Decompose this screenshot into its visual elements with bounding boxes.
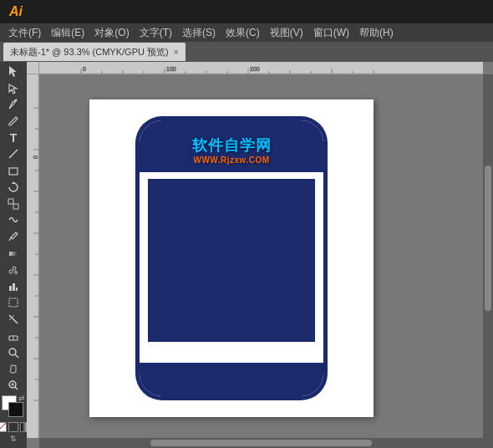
ruler-vertical: 0 [27,74,39,438]
left-toolbar: T [0,62,27,448]
title-bar: Ai [0,0,493,23]
drawing-surface[interactable]: 软件自学网 WWW.Rjzxw.COM [39,74,483,438]
pencil-tool[interactable] [2,113,25,129]
svg-line-20 [15,354,18,358]
phone-card-top-divider [140,172,323,179]
menu-edit[interactable]: 编辑(E) [46,24,89,42]
main-area: T [0,62,493,448]
type-tool[interactable]: T [2,130,25,145]
phone-card-center [148,179,315,342]
svg-rect-4 [8,199,13,204]
menu-effect[interactable]: 效果(C) [221,24,265,42]
direct-selection-tool[interactable] [2,80,25,96]
watermark-overlay: 软件自学网 WWW.Rjzxw.COM [140,135,323,165]
menu-window[interactable]: 窗口(W) [308,24,354,42]
symbol-tool[interactable] [2,262,25,277]
document-tab[interactable]: 未标题-1* @ 93.3% (CMYK/GPU 预览) × [3,43,186,61]
gradient-tool[interactable] [2,246,25,262]
warp-tool[interactable] [2,212,25,228]
slice-tool[interactable] [2,312,25,328]
menu-view[interactable]: 视图(V) [265,24,308,42]
ruler-corner [27,62,39,74]
phone-card-outer: 软件自学网 WWW.Rjzxw.COM [135,116,328,400]
svg-text:0: 0 [83,66,86,72]
canvas-area: 0 100 200 [27,62,493,448]
graph-tool[interactable] [2,278,25,294]
menu-select[interactable]: 选择(S) [177,24,221,42]
svg-rect-13 [16,288,18,291]
menu-file[interactable]: 文件(F) [3,24,46,42]
ai-logo: Ai [3,1,28,23]
menu-text[interactable]: 文字(T) [135,24,177,42]
eraser-tool[interactable] [2,328,25,344]
phone-card-inner: 软件自学网 WWW.Rjzxw.COM [140,120,323,396]
svg-text:100: 100 [166,66,176,72]
scrollbar-v-thumb[interactable] [485,165,491,311]
hand-tool[interactable] [2,361,25,377]
tab-bar: 未标题-1* @ 93.3% (CMYK/GPU 预览) × [0,42,493,62]
color-swatch[interactable] [8,422,18,432]
scrollbar-horizontal[interactable] [39,438,483,448]
rotate-tool[interactable] [2,179,25,195]
view-zoom-tool[interactable] [2,378,25,394]
svg-rect-11 [9,286,12,291]
svg-point-8 [9,270,13,273]
none-swatch[interactable] [0,422,7,432]
svg-rect-14 [9,298,18,307]
svg-text:200: 200 [250,66,260,72]
svg-point-19 [9,349,16,355]
scrollbar-vertical[interactable] [483,74,493,438]
svg-text:0: 0 [33,155,38,159]
watermark-url: WWW.Rjzxw.COM [140,155,323,165]
swap-colors-button[interactable]: ⇅ [2,435,25,443]
ruler-horizontal: 0 100 200 [39,62,483,74]
svg-line-1 [9,150,18,158]
color-options [0,422,30,432]
selection-tool[interactable] [2,64,25,79]
rectangle-tool[interactable] [2,163,25,179]
line-tool[interactable] [2,146,25,162]
menu-object[interactable]: 对象(O) [89,24,134,42]
fill-stroke-selector[interactable]: ⇌ [2,395,25,420]
eyedropper-tool[interactable] [2,229,25,245]
artboard: 软件自学网 WWW.Rjzxw.COM [89,99,374,417]
svg-rect-12 [13,283,15,291]
svg-rect-5 [13,204,18,209]
zoom-tool[interactable] [2,344,25,360]
scrollbar-corner [483,438,493,448]
svg-line-24 [15,387,18,389]
phone-card-container: 软件自学网 WWW.Rjzxw.COM [135,116,328,400]
svg-rect-2 [9,168,18,175]
phone-card-bottom-divider [140,356,323,363]
scale-tool[interactable] [2,196,25,211]
svg-line-6 [9,237,11,241]
pen-tool[interactable] [2,97,25,113]
phone-card-bottom-band [140,363,323,396]
tab-close-button[interactable]: × [174,48,179,57]
tab-label: 未标题-1* @ 93.3% (CMYK/GPU 预览) [10,46,169,59]
artboard-tool[interactable] [2,295,25,311]
menu-bar: 文件(F) 编辑(E) 对象(O) 文字(T) 选择(S) 效果(C) 视图(V… [0,23,493,42]
svg-point-0 [15,99,18,101]
svg-point-9 [13,267,16,270]
scrollbar-h-thumb[interactable] [150,440,373,446]
watermark-chinese: 软件自学网 [140,135,323,155]
menu-help[interactable]: 帮助(H) [354,24,399,42]
svg-point-10 [15,271,18,273]
svg-rect-7 [9,252,18,256]
